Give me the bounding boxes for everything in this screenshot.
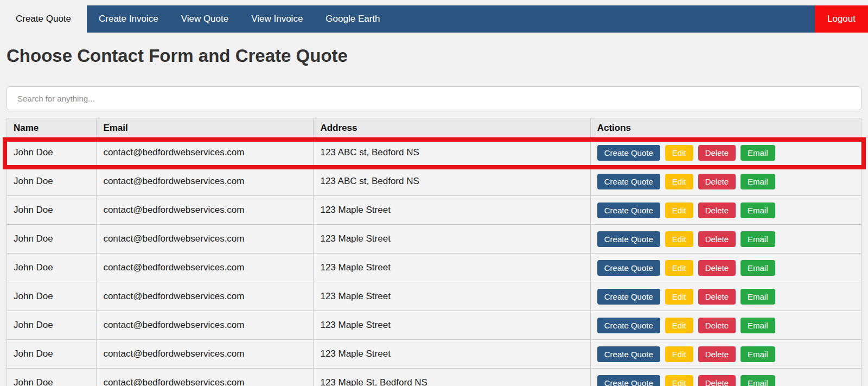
- top-navigation: Create Quote Create Invoice View Quote V…: [0, 5, 868, 33]
- create-quote-button[interactable]: Create Quote: [597, 260, 660, 276]
- edit-button[interactable]: Edit: [665, 174, 693, 189]
- column-header-address: Address: [314, 118, 590, 138]
- actions-cell: Create QuoteEditDeleteEmail: [590, 196, 861, 225]
- actions-cell: Create QuoteEditDeleteEmail: [590, 369, 861, 386]
- create-quote-button[interactable]: Create Quote: [597, 231, 660, 247]
- logout-button[interactable]: Logout: [815, 5, 868, 33]
- nav-brand-create-quote[interactable]: Create Quote: [0, 5, 87, 33]
- search-input[interactable]: [7, 86, 861, 110]
- address-cell: 123 Maple Street: [314, 340, 590, 369]
- edit-button[interactable]: Edit: [665, 145, 693, 161]
- create-quote-button[interactable]: Create Quote: [597, 203, 660, 218]
- address-cell: 123 Maple Street: [314, 225, 590, 254]
- delete-button[interactable]: Delete: [698, 203, 736, 218]
- table-row: John Doecontact@bedfordwebservices.com12…: [7, 254, 861, 282]
- email-cell: contact@bedfordwebservices.com: [97, 167, 314, 196]
- email-button[interactable]: Email: [741, 231, 775, 247]
- email-button[interactable]: Email: [741, 346, 775, 362]
- edit-button[interactable]: Edit: [665, 231, 693, 247]
- actions-cell: Create QuoteEditDeleteEmail: [590, 282, 861, 311]
- email-button[interactable]: Email: [741, 318, 775, 333]
- delete-button[interactable]: Delete: [698, 318, 736, 333]
- name-cell: John Doe: [7, 311, 97, 340]
- actions-cell: Create QuoteEditDeleteEmail: [590, 138, 861, 167]
- edit-button[interactable]: Edit: [665, 203, 693, 218]
- name-cell: John Doe: [7, 369, 97, 386]
- address-cell: 123 Maple Street: [314, 282, 590, 311]
- email-cell: contact@bedfordwebservices.com: [97, 138, 314, 167]
- address-cell: 123 Maple Street: [314, 311, 590, 340]
- delete-button[interactable]: Delete: [698, 231, 736, 247]
- column-header-name: Name: [7, 118, 97, 138]
- table-row: John Doecontact@bedfordwebservices.com12…: [7, 311, 861, 340]
- email-button[interactable]: Email: [741, 145, 775, 161]
- edit-button[interactable]: Edit: [665, 318, 693, 333]
- name-cell: John Doe: [7, 196, 97, 225]
- address-cell: 123 ABC st, Bedford NS: [314, 167, 590, 196]
- delete-button[interactable]: Delete: [698, 375, 736, 386]
- nav-item-google-earth[interactable]: Google Earth: [314, 5, 391, 33]
- delete-button[interactable]: Delete: [698, 346, 736, 362]
- email-button[interactable]: Email: [741, 289, 775, 305]
- create-quote-button[interactable]: Create Quote: [597, 289, 660, 305]
- name-cell: John Doe: [7, 340, 97, 369]
- edit-button[interactable]: Edit: [665, 260, 693, 276]
- create-quote-button[interactable]: Create Quote: [597, 145, 660, 161]
- nav-item-create-invoice[interactable]: Create Invoice: [87, 5, 170, 33]
- delete-button[interactable]: Delete: [698, 289, 736, 305]
- contacts-table-container: Name Email Address Actions John Doeconta…: [7, 118, 861, 386]
- nav-item-view-invoice[interactable]: View Invoice: [240, 5, 314, 33]
- address-cell: 123 Maple St, Bedford NS: [314, 369, 590, 386]
- email-button[interactable]: Email: [741, 375, 775, 386]
- table-row: John Doecontact@bedfordwebservices.com12…: [7, 225, 861, 254]
- email-cell: contact@bedfordwebservices.com: [97, 254, 314, 282]
- name-cell: John Doe: [7, 138, 97, 167]
- contacts-table: Name Email Address Actions John Doeconta…: [7, 118, 861, 386]
- column-header-actions: Actions: [590, 118, 861, 138]
- navbar: Create Invoice View Quote View Invoice G…: [87, 5, 815, 33]
- address-cell: 123 ABC st, Bedford NS: [314, 138, 590, 167]
- search-container: [7, 86, 861, 110]
- name-cell: John Doe: [7, 254, 97, 282]
- create-quote-button[interactable]: Create Quote: [597, 174, 660, 189]
- actions-cell: Create QuoteEditDeleteEmail: [590, 225, 861, 254]
- email-cell: contact@bedfordwebservices.com: [97, 340, 314, 369]
- name-cell: John Doe: [7, 167, 97, 196]
- email-cell: contact@bedfordwebservices.com: [97, 369, 314, 386]
- edit-button[interactable]: Edit: [665, 375, 693, 386]
- table-row: John Doecontact@bedfordwebservices.com12…: [7, 138, 861, 167]
- actions-cell: Create QuoteEditDeleteEmail: [590, 254, 861, 282]
- email-button[interactable]: Email: [741, 203, 775, 218]
- nav-item-view-quote[interactable]: View Quote: [170, 5, 240, 33]
- name-cell: John Doe: [7, 225, 97, 254]
- table-row: John Doecontact@bedfordwebservices.com12…: [7, 340, 861, 369]
- edit-button[interactable]: Edit: [665, 289, 693, 305]
- delete-button[interactable]: Delete: [698, 145, 736, 161]
- email-button[interactable]: Email: [741, 174, 775, 189]
- actions-cell: Create QuoteEditDeleteEmail: [590, 167, 861, 196]
- email-cell: contact@bedfordwebservices.com: [97, 311, 314, 340]
- edit-button[interactable]: Edit: [665, 346, 693, 362]
- create-quote-button[interactable]: Create Quote: [597, 346, 660, 362]
- column-header-email: Email: [97, 118, 314, 138]
- email-cell: contact@bedfordwebservices.com: [97, 196, 314, 225]
- actions-cell: Create QuoteEditDeleteEmail: [590, 340, 861, 369]
- name-cell: John Doe: [7, 282, 97, 311]
- address-cell: 123 Maple Street: [314, 254, 590, 282]
- page-title: Choose Contact Form and Create Quote: [7, 46, 861, 66]
- table-row: John Doecontact@bedfordwebservices.com12…: [7, 369, 861, 386]
- actions-cell: Create QuoteEditDeleteEmail: [590, 311, 861, 340]
- email-cell: contact@bedfordwebservices.com: [97, 282, 314, 311]
- email-cell: contact@bedfordwebservices.com: [97, 225, 314, 254]
- email-button[interactable]: Email: [741, 260, 775, 276]
- create-quote-button[interactable]: Create Quote: [597, 318, 660, 333]
- create-quote-button[interactable]: Create Quote: [597, 375, 660, 386]
- delete-button[interactable]: Delete: [698, 174, 736, 189]
- table-row: John Doecontact@bedfordwebservices.com12…: [7, 282, 861, 311]
- delete-button[interactable]: Delete: [698, 260, 736, 276]
- table-row: John Doecontact@bedfordwebservices.com12…: [7, 167, 861, 196]
- table-row: John Doecontact@bedfordwebservices.com12…: [7, 196, 861, 225]
- table-header-row: Name Email Address Actions: [7, 118, 861, 138]
- address-cell: 123 Maple Street: [314, 196, 590, 225]
